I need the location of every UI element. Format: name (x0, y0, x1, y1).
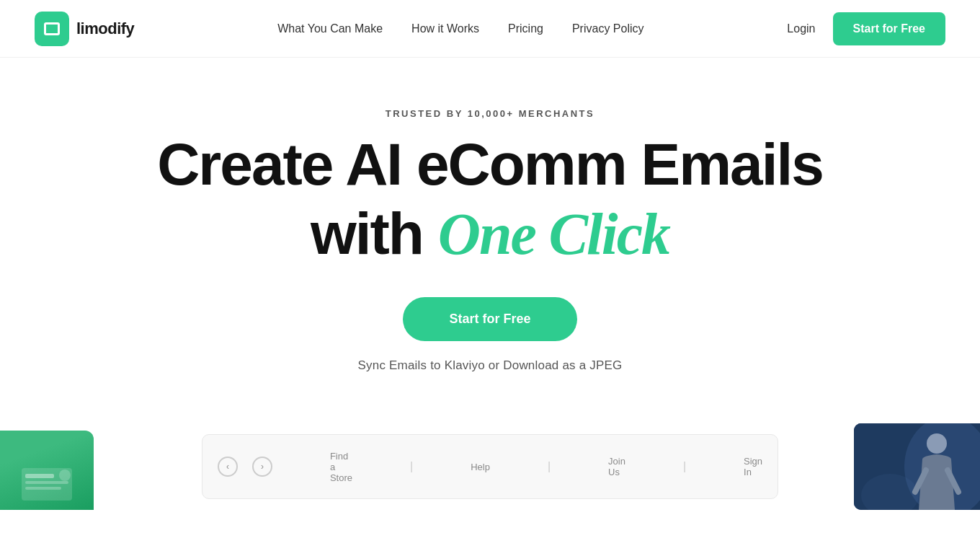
preview-nav-divider-3: | (683, 460, 686, 473)
preview-nav-sign-in[interactable]: Sign In (744, 456, 762, 477)
preview-nav-find-store[interactable]: Find a Store (330, 451, 352, 483)
svg-point-4 (59, 470, 71, 481)
nav-link-privacy-policy[interactable]: Privacy Policy (572, 22, 644, 35)
hero-headline-line1: Create AI eComm Emails (157, 131, 823, 197)
preview-right-image (854, 423, 980, 510)
hero-headline-line2: with One Click (157, 203, 823, 265)
svg-rect-1 (25, 474, 54, 478)
preview-nav-divider-1: | (410, 460, 413, 473)
preview-nav-join-us[interactable]: Join Us (608, 456, 625, 477)
hero-cta: Start for Free (403, 297, 576, 341)
left-arrow-icon: ‹ (226, 462, 229, 472)
hero-sub-text: Sync Emails to Klaviyo or Download as a … (358, 358, 623, 373)
nav-link-what-you-can-make[interactable]: What You Can Make (277, 22, 383, 35)
nav-right: Login Start for Free (787, 12, 945, 45)
hero-headline: Create AI eComm Emails with One Click (157, 133, 823, 265)
logo-area[interactable]: limodify (35, 12, 134, 46)
preview-left-image (0, 431, 94, 510)
right-arrow-icon: › (261, 462, 264, 472)
hero-headline-line2-prefix: with (311, 200, 438, 266)
logo-icon-inner (44, 22, 60, 35)
nav-link-how-it-works[interactable]: How it Works (411, 22, 479, 35)
nav-item-pricing[interactable]: Pricing (508, 22, 543, 35)
navbar: limodify What You Can Make How it Works … (0, 0, 980, 58)
preview-left-img-inner (0, 431, 94, 510)
login-link[interactable]: Login (787, 22, 815, 35)
preview-nav-help[interactable]: Help (471, 462, 490, 472)
nav-cta-button[interactable]: Start for Free (833, 12, 945, 45)
nav-item-what-you-can-make[interactable]: What You Can Make (277, 22, 383, 35)
preview-center-bar: ‹ › Find a Store | Help | Join Us | Sign… (202, 434, 778, 499)
preview-center-nav: ‹ › (218, 457, 272, 477)
logo-icon (35, 12, 69, 46)
nav-item-privacy-policy[interactable]: Privacy Policy (572, 22, 644, 35)
nav-links: What You Can Make How it Works Pricing P… (277, 22, 643, 35)
logo-text: limodify (76, 19, 134, 38)
preview-left-decoration (18, 461, 76, 504)
preview-next-arrow[interactable]: › (252, 457, 272, 477)
svg-rect-2 (25, 481, 68, 484)
preview-strip: ‹ › Find a Store | Help | Join Us | Sign… (0, 423, 980, 510)
trusted-badge: TRUSTED BY 10,000+ MERCHANTS (386, 108, 594, 119)
preview-prev-arrow[interactable]: ‹ (218, 457, 238, 477)
hero-section: TRUSTED BY 10,000+ MERCHANTS Create AI e… (0, 58, 980, 402)
preview-right-decoration (854, 423, 980, 510)
preview-nav-divider-2: | (548, 460, 551, 473)
hero-headline-accent: One Click (438, 201, 669, 267)
svg-point-8 (927, 433, 947, 454)
preview-right-img-inner (854, 423, 980, 510)
nav-item-how-it-works[interactable]: How it Works (411, 22, 479, 35)
nav-link-pricing[interactable]: Pricing (508, 22, 543, 35)
hero-cta-button[interactable]: Start for Free (403, 297, 576, 341)
svg-rect-3 (25, 487, 61, 490)
